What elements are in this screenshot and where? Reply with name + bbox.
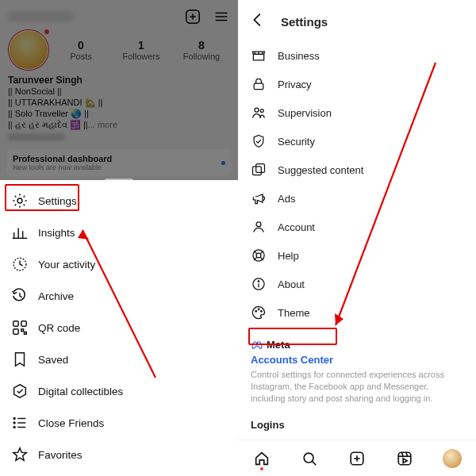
menu-archive[interactable]: Archive bbox=[0, 280, 238, 312]
menu-privacy[interactable]: Privacy bbox=[238, 70, 476, 98]
svg-line-47 bbox=[313, 461, 317, 465]
settings-title: Settings bbox=[281, 15, 328, 29]
menu-bottom-sheet: Settings Insights Your activity Archive … bbox=[0, 180, 238, 476]
svg-rect-14 bbox=[13, 329, 18, 334]
insights-icon bbox=[11, 224, 29, 241]
right-panel: Settings Business Privacy Supervision Se… bbox=[238, 0, 476, 476]
tab-create[interactable] bbox=[333, 440, 381, 476]
highlight-accounts-center bbox=[248, 328, 337, 345]
svg-rect-28 bbox=[254, 83, 263, 90]
menu-label: Your activity bbox=[38, 259, 95, 271]
svg-rect-16 bbox=[25, 332, 27, 335]
svg-point-30 bbox=[260, 109, 263, 113]
shield-check-icon bbox=[251, 133, 267, 149]
avatar-small bbox=[443, 449, 462, 468]
bookmark-icon bbox=[11, 351, 29, 368]
svg-point-19 bbox=[13, 422, 15, 424]
star-icon bbox=[11, 446, 29, 463]
tab-home[interactable] bbox=[238, 440, 286, 476]
svg-point-29 bbox=[255, 108, 259, 112]
settings-item-label: Suggested content bbox=[278, 164, 363, 176]
menu-label: Digital collectibles bbox=[38, 386, 123, 397]
info-icon bbox=[251, 276, 267, 292]
menu-suggested[interactable]: Suggested content bbox=[238, 155, 476, 184]
lock-icon bbox=[251, 76, 267, 92]
settings-item-label: Security bbox=[278, 136, 315, 148]
settings-item-label: Help bbox=[278, 250, 299, 262]
settings-item-label: About bbox=[278, 278, 305, 290]
menu-discover[interactable]: Discover people bbox=[0, 470, 238, 476]
accounts-center-link[interactable]: Accounts Center bbox=[251, 351, 333, 369]
qr-icon bbox=[11, 319, 29, 336]
menu-digital[interactable]: Digital collectibles bbox=[0, 375, 238, 407]
svg-rect-51 bbox=[398, 452, 411, 465]
logins-heading: Logins bbox=[238, 405, 476, 431]
menu-activity[interactable]: Your activity bbox=[0, 248, 238, 280]
megaphone-icon bbox=[251, 190, 267, 206]
settings-item-label: Privacy bbox=[278, 79, 312, 90]
menu-label: Archive bbox=[38, 290, 74, 302]
settings-item-label: Account bbox=[278, 221, 315, 233]
svg-point-33 bbox=[256, 222, 261, 227]
menu-business[interactable]: Business bbox=[238, 41, 476, 70]
tab-search[interactable] bbox=[286, 440, 333, 476]
svg-rect-12 bbox=[13, 321, 18, 326]
tab-profile[interactable] bbox=[428, 440, 476, 476]
hexagon-check-icon bbox=[11, 382, 29, 400]
svg-rect-31 bbox=[253, 167, 262, 175]
menu-insights[interactable]: Insights bbox=[0, 217, 238, 248]
menu-account[interactable]: Account bbox=[238, 213, 476, 241]
settings-header: Settings bbox=[238, 0, 476, 38]
menu-label: Favorites bbox=[38, 449, 83, 461]
svg-marker-17 bbox=[14, 385, 26, 398]
menu-about[interactable]: About bbox=[238, 270, 476, 298]
svg-rect-15 bbox=[21, 329, 24, 332]
menu-ads[interactable]: Ads bbox=[238, 184, 476, 213]
back-icon[interactable] bbox=[249, 11, 267, 32]
bottom-tabbar bbox=[238, 440, 476, 476]
menu-label: QR code bbox=[38, 322, 80, 334]
stacked-rects-icon bbox=[251, 162, 267, 178]
menu-qr[interactable]: QR code bbox=[0, 312, 238, 344]
svg-point-18 bbox=[13, 418, 15, 420]
svg-marker-55 bbox=[403, 459, 407, 463]
lifebuoy-icon bbox=[251, 248, 267, 263]
person-icon bbox=[251, 219, 267, 235]
settings-item-label: Supervision bbox=[278, 107, 332, 119]
palette-icon bbox=[251, 305, 267, 321]
menu-label: Close Friends bbox=[38, 417, 104, 429]
svg-marker-24 bbox=[13, 448, 27, 461]
menu-label: Saved bbox=[38, 354, 68, 366]
svg-point-45 bbox=[261, 311, 263, 313]
tab-reels[interactable] bbox=[381, 440, 428, 476]
left-panel: 0Posts 1Followers 8Following Tarunveer S… bbox=[0, 0, 238, 476]
menu-supervision[interactable]: Supervision bbox=[238, 98, 476, 127]
svg-point-35 bbox=[256, 253, 261, 258]
profile-card: 0Posts 1Followers 8Following Tarunveer S… bbox=[0, 0, 238, 180]
menu-help[interactable]: Help bbox=[238, 241, 476, 270]
activity-icon bbox=[11, 255, 29, 273]
list-star-icon bbox=[11, 414, 29, 432]
menu-saved[interactable]: Saved bbox=[0, 344, 238, 375]
svg-point-42 bbox=[258, 281, 259, 282]
archive-icon bbox=[11, 287, 29, 305]
highlight-settings bbox=[5, 184, 79, 211]
menu-favorites[interactable]: Favorites bbox=[0, 439, 238, 470]
settings-item-label: Business bbox=[278, 50, 320, 62]
svg-point-20 bbox=[13, 427, 15, 428]
svg-point-46 bbox=[304, 453, 313, 463]
accounts-center-desc: Control settings for connected experienc… bbox=[251, 369, 463, 405]
svg-rect-13 bbox=[21, 321, 26, 326]
settings-item-label: Ads bbox=[278, 193, 295, 205]
svg-point-44 bbox=[258, 309, 259, 310]
storefront-icon bbox=[251, 48, 267, 63]
menu-security[interactable]: Security bbox=[238, 127, 476, 155]
menu-label: Insights bbox=[38, 227, 75, 239]
settings-item-label: Theme bbox=[278, 307, 309, 319]
people-icon bbox=[251, 105, 267, 121]
svg-rect-32 bbox=[256, 164, 265, 173]
menu-close-friends[interactable]: Close Friends bbox=[0, 407, 238, 439]
svg-point-43 bbox=[255, 311, 257, 313]
menu-theme[interactable]: Theme bbox=[238, 298, 476, 327]
